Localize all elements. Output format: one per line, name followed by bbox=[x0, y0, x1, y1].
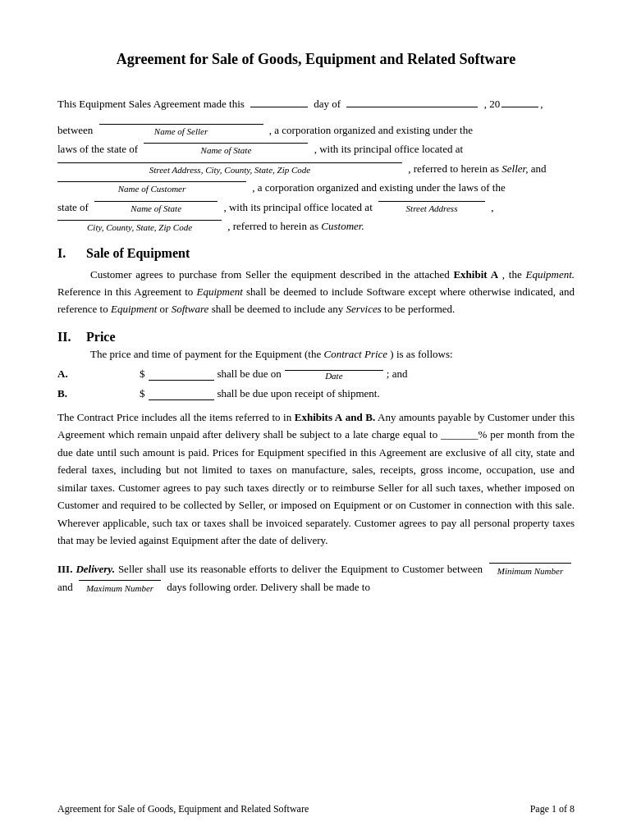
s2-body-pre: The Contract Price includes all the item… bbox=[57, 411, 291, 423]
section1-numeral: I. bbox=[57, 246, 78, 261]
line4-post: , referred to herein as bbox=[408, 162, 499, 175]
line4: Street Address, City, County, State, Zip… bbox=[57, 161, 575, 177]
section2-intro: The price and time of payment for the Eq… bbox=[90, 348, 575, 361]
s1-body3: Reference in this Agreement to bbox=[57, 285, 193, 298]
line2-pre: between bbox=[57, 124, 93, 136]
customer-italic: Customer. bbox=[321, 220, 364, 232]
payment-b-end: shall be due upon receipt of shipment. bbox=[218, 387, 380, 400]
line6-pre: state of bbox=[57, 201, 89, 213]
month-field bbox=[346, 107, 478, 107]
state2-label: Name of State bbox=[131, 202, 181, 216]
line6: state of Name of State , with its princi… bbox=[57, 199, 575, 216]
s1-software: Software bbox=[172, 303, 209, 315]
line6-mid: , with its principal office located at bbox=[223, 201, 372, 213]
section3: III. Delivery. Seller shall use its reas… bbox=[57, 560, 575, 596]
s1-equipment3: Equipment bbox=[111, 303, 157, 315]
s1-body6: shall be deemed to include any bbox=[212, 303, 344, 315]
s2-exhibit-b: B. bbox=[365, 411, 375, 423]
line7-post: , referred to herein as bbox=[227, 220, 318, 232]
line1-day: day of bbox=[314, 98, 341, 110]
address1-label: Street Address, City, County, State, Zip… bbox=[149, 163, 310, 177]
section2-numeral: II. bbox=[57, 330, 78, 345]
line7: City, County, State, Zip Code , referred… bbox=[57, 218, 575, 235]
s1-body2: , the bbox=[502, 268, 522, 281]
payment-b-row: B. $ shall be due upon receipt of shipme… bbox=[57, 387, 575, 400]
s2-intro: The price and time of payment for the Eq… bbox=[90, 348, 321, 360]
section1: I. Sale of Equipment Customer agrees to … bbox=[57, 246, 575, 318]
seller-label: Name of Seller bbox=[154, 125, 208, 139]
s1-equipment2: Equipment bbox=[197, 285, 243, 298]
payment-a-letter: A. bbox=[57, 368, 90, 381]
s1-services: Services bbox=[346, 303, 382, 315]
line5-post: , a corporation organized and existing u… bbox=[252, 181, 505, 194]
section2-header: II. Price bbox=[57, 330, 575, 345]
s2-exhibits-a: Exhibits A bbox=[295, 411, 342, 423]
section1-title: Sale of Equipment bbox=[86, 246, 190, 261]
amount-a-field bbox=[149, 380, 214, 381]
s2-contract-price: Contract Price bbox=[323, 348, 387, 360]
section3-body-text: Seller shall use its reasonable efforts … bbox=[118, 563, 483, 575]
day-field bbox=[250, 107, 308, 107]
line3-pre: laws of the state of bbox=[57, 143, 138, 155]
line3: laws of the state of Name of State , wit… bbox=[57, 141, 575, 158]
footer-right-text: Page 1 of 8 bbox=[530, 803, 575, 815]
section3-numeral: III. bbox=[57, 563, 72, 575]
line5: Name of Customer , a corporation organiz… bbox=[57, 180, 575, 196]
section2-title: Price bbox=[86, 330, 116, 345]
payment-b-letter: B. bbox=[57, 387, 90, 400]
city-zip-label: City, County, State, Zip Code bbox=[87, 221, 192, 235]
payment-a-end: ; and bbox=[387, 368, 408, 381]
payment-a-dollar: $ bbox=[140, 368, 145, 381]
section3-title: Delivery. bbox=[76, 563, 115, 575]
section1-body: Customer agrees to purchase from Seller … bbox=[57, 266, 575, 318]
line4-and: and bbox=[531, 162, 547, 175]
s2-body-rest: Any amounts payable by Customer under th… bbox=[57, 411, 575, 546]
customer-name-label: Name of Customer bbox=[118, 182, 186, 196]
year-field bbox=[501, 107, 538, 107]
line1-pre: This Equipment Sales Agreement made this bbox=[57, 98, 245, 110]
section3-body-end: days following order. Delivery shall be … bbox=[167, 581, 370, 593]
intro-section: This Equipment Sales Agreement made this… bbox=[57, 94, 575, 234]
payment-b-dollar: $ bbox=[140, 387, 145, 400]
document-page: Agreement for Sale of Goods, Equipment a… bbox=[0, 0, 632, 840]
s1-body1: Customer agrees to purchase from Seller … bbox=[90, 268, 450, 281]
line2: between Name of Seller , a corporation o… bbox=[57, 122, 575, 139]
section3-body: III. Delivery. Seller shall use its reas… bbox=[57, 560, 575, 596]
title-text: Agreement for Sale of Goods, Equipment a… bbox=[117, 51, 515, 67]
year-pre: , 20 bbox=[484, 98, 501, 110]
s2-and-text: and bbox=[346, 411, 363, 423]
line2-post: , a corporation organized and existing u… bbox=[269, 124, 473, 136]
s1-body7: to be performed. bbox=[384, 303, 455, 315]
max-number-label: Maximum Number bbox=[86, 581, 153, 596]
s1-equipment1: Equipment. bbox=[525, 268, 575, 281]
seller-italic: Seller, bbox=[501, 162, 528, 175]
section3-and: and bbox=[57, 581, 73, 593]
line3-post: , with its principal office located at bbox=[314, 143, 463, 155]
comma2: , bbox=[491, 201, 493, 213]
footer-left-text: Agreement for Sale of Goods, Equipment a… bbox=[57, 803, 309, 815]
payment-a-row: A. $ shall be due on Date ; and bbox=[57, 368, 575, 381]
street-address-label: Street Address bbox=[406, 202, 458, 216]
payment-a-mid: shall be due on bbox=[218, 368, 282, 381]
state1-label: Name of State bbox=[201, 144, 252, 158]
document-title: Agreement for Sale of Goods, Equipment a… bbox=[57, 49, 575, 70]
s2-intro-end: ) is as follows: bbox=[390, 348, 452, 360]
date-a-label: Date bbox=[325, 371, 342, 381]
comma: , bbox=[540, 98, 543, 110]
s1-body5: or bbox=[160, 303, 169, 315]
document-footer: Agreement for Sale of Goods, Equipment a… bbox=[57, 803, 575, 815]
amount-b-field bbox=[149, 399, 214, 400]
min-number-label: Minimum Number bbox=[497, 564, 563, 578]
section2-body-paragraph: The Contract Price includes all the item… bbox=[57, 409, 575, 550]
section1-header: I. Sale of Equipment bbox=[57, 246, 575, 261]
section2: II. Price The price and time of payment … bbox=[57, 330, 575, 400]
s1-exhibit-a: Exhibit A bbox=[453, 268, 498, 281]
line1: This Equipment Sales Agreement made this… bbox=[57, 94, 575, 113]
